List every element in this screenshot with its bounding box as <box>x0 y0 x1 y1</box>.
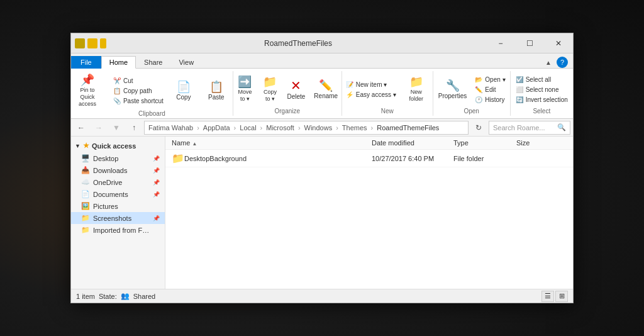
path-segment-1: AppData <box>203 124 230 132</box>
refresh-button[interactable]: ↻ <box>471 121 486 135</box>
state-label: State: <box>99 293 117 300</box>
col-size-header[interactable]: Size <box>516 139 567 147</box>
details-view-button[interactable]: ☰ <box>541 291 554 302</box>
path-segment-0: Fatima Wahab <box>148 124 193 132</box>
large-icons-view-button[interactable]: ⊞ <box>555 291 568 302</box>
properties-button[interactable]: 🔧 Properties <box>435 78 470 101</box>
delete-button[interactable]: ✕ Delete <box>284 77 308 102</box>
close-button[interactable]: ✕ <box>544 33 573 53</box>
copy-path-button[interactable]: 📋 Copy path <box>111 86 166 96</box>
ribbon-group-clipboard: 📌 Pin to Quickaccess ✂️ Cut 📋 Copy path … <box>71 71 233 116</box>
pin-icon: 📌 <box>80 74 94 86</box>
view-buttons: ☰ ⊞ <box>541 291 568 302</box>
rename-button[interactable]: ✏️ Rename <box>311 78 341 101</box>
cut-button[interactable]: ✂️ Cut <box>111 76 166 86</box>
search-icon: 🔍 <box>557 123 566 132</box>
back-button[interactable]: ← <box>74 121 89 135</box>
address-path[interactable]: Fatima Wahab › AppData › Local › Microso… <box>144 121 469 135</box>
sidebar-item-documents[interactable]: 📄 Documents 📌 <box>71 188 165 200</box>
easy-access-icon: ⚡ <box>346 91 353 98</box>
copy-to-button[interactable]: 📁 Copyto ▾ <box>258 74 281 104</box>
select-none-button[interactable]: ⬜ Select none <box>513 85 570 94</box>
select-content: ☑️ Select all ⬜ Select none 🔄 Invert sel… <box>513 72 570 106</box>
open-label: Open <box>464 108 479 115</box>
col-type-header[interactable]: Type <box>453 139 516 147</box>
tab-share[interactable]: Share <box>136 56 170 69</box>
screenshots-pin: 📌 <box>153 215 160 221</box>
clipboard-label: Clipboard <box>138 110 165 117</box>
path-segment-2: Local <box>240 124 256 132</box>
up-button[interactable]: ↑ <box>126 121 142 135</box>
organize-label: Organize <box>275 108 301 115</box>
easy-access-button[interactable]: ⚡ Easy access ▾ <box>343 90 399 99</box>
edit-button[interactable]: ✏️ Edit <box>472 85 508 94</box>
onedrive-label: OneDrive <box>93 179 122 186</box>
history-button[interactable]: 🕐 History <box>472 95 508 104</box>
paste-button[interactable]: 📋 Paste <box>201 79 231 103</box>
sidebar-item-downloads[interactable]: 📥 Downloads 📌 <box>71 164 165 176</box>
select-all-button[interactable]: ☑️ Select all <box>513 75 570 84</box>
quick-access-arrow: ▼ <box>75 143 80 149</box>
window-title: RoamedThemeFiles <box>110 39 486 48</box>
path-sep-5: › <box>371 124 374 132</box>
maximize-button[interactable]: ☐ <box>515 33 544 53</box>
tb-icon-3 <box>100 38 106 48</box>
new-folder-button[interactable]: 📁 Newfolder <box>401 74 431 104</box>
move-icon: ➡️ <box>238 76 252 87</box>
quick-access-section[interactable]: ▼ ★ Quick access <box>71 139 165 152</box>
clipboard-content: 📌 Pin to Quickaccess ✂️ Cut 📋 Copy path … <box>72 72 231 109</box>
table-row[interactable]: 📁 DesktopBackground 10/27/2017 6:40 PM F… <box>165 150 573 167</box>
file-content: Name ▲ Date modified Type Size 📁 Desktop… <box>165 137 573 289</box>
copy-button[interactable]: 📄 Copy <box>169 79 199 103</box>
folder-icon: 📁 <box>172 152 184 164</box>
paste-icon: 📋 <box>209 81 223 92</box>
invert-selection-button[interactable]: 🔄 Invert selection <box>513 95 570 104</box>
desktop-label: Desktop <box>93 155 118 162</box>
screenshots-icon: 📁 <box>81 214 90 222</box>
sidebar-item-desktop[interactable]: 🖥️ Desktop 📌 <box>71 152 165 164</box>
copy-to-icon: 📁 <box>263 76 277 87</box>
copy-icon: 📄 <box>177 81 191 92</box>
search-box[interactable]: Search Roame... 🔍 <box>489 121 570 135</box>
state-icon: 👥 <box>121 292 130 300</box>
collapse-ribbon-icon[interactable]: ▲ <box>545 59 552 66</box>
paste-shortcut-icon: 📎 <box>113 98 121 104</box>
move-to-button[interactable]: ➡️ Moveto ▾ <box>233 74 256 104</box>
edit-icon: ✏️ <box>475 86 482 93</box>
imported-label: Imported from F… <box>93 227 149 234</box>
organize-content: ➡️ Moveto ▾ 📁 Copyto ▾ ✕ Delete ✏️ Renam… <box>233 72 341 106</box>
paste-shortcut-button[interactable]: 📎 Paste shortcut <box>111 96 166 106</box>
new-label: New <box>381 108 394 115</box>
new-item-button[interactable]: 📝 New item ▾ <box>343 80 399 89</box>
col-name-header[interactable]: Name ▲ <box>172 139 372 147</box>
new-small-group: 📝 New item ▾ ⚡ Easy access ▾ <box>343 80 399 99</box>
sidebar-item-onedrive[interactable]: ☁️ OneDrive 📌 <box>71 176 165 188</box>
minimize-button[interactable]: − <box>486 33 515 53</box>
path-sep-3: › <box>298 124 301 132</box>
documents-label: Documents <box>93 191 128 198</box>
sidebar-item-pictures[interactable]: 🖼️ Pictures <box>71 200 165 212</box>
forward-button[interactable]: → <box>91 121 106 135</box>
tab-file[interactable]: File <box>71 56 101 69</box>
downloads-label: Downloads <box>93 167 127 174</box>
col-date-header[interactable]: Date modified <box>372 139 453 147</box>
pin-label: Pin to Quickaccess <box>75 87 99 107</box>
new-item-icon: 📝 <box>346 81 353 88</box>
pin-to-quick-access-button[interactable]: 📌 Pin to Quickaccess <box>72 72 103 109</box>
tab-view[interactable]: View <box>170 56 202 69</box>
select-small-group: ☑️ Select all ⬜ Select none 🔄 Invert sel… <box>513 75 570 104</box>
main-area: ▼ ★ Quick access 🖥️ Desktop 📌 📥 Download… <box>71 137 573 289</box>
path-sep-1: › <box>234 124 236 132</box>
recent-button[interactable]: ▼ <box>109 121 124 135</box>
open-small-group: 📂 Open ▾ ✏️ Edit 🕐 History <box>472 75 508 104</box>
help-button[interactable]: ? <box>557 57 568 68</box>
delete-icon: ✕ <box>291 79 301 92</box>
documents-icon: 📄 <box>81 190 90 198</box>
open-button[interactable]: 📂 Open ▾ <box>472 75 508 84</box>
sidebar-item-screenshots[interactable]: 📁 Screenshots 📌 <box>71 212 165 224</box>
title-controls: − ☐ ✕ <box>486 33 573 53</box>
item-count: 1 item <box>76 293 95 300</box>
sidebar-item-imported[interactable]: 📁 Imported from F… <box>71 224 165 236</box>
tab-home[interactable]: Home <box>101 56 136 69</box>
pictures-icon: 🖼️ <box>81 202 90 210</box>
